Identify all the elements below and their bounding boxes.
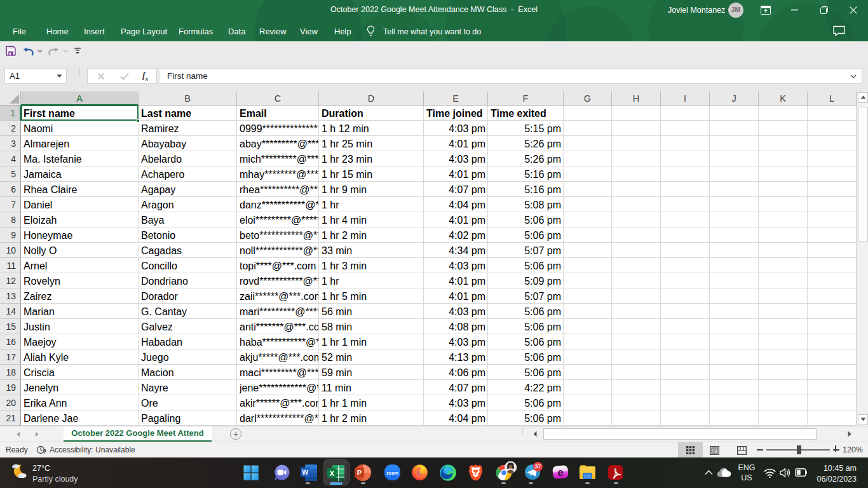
svg-text:e: e	[557, 466, 564, 479]
svg-text:?: ?	[43, 449, 46, 456]
svg-text:W: W	[302, 468, 308, 476]
svg-text:X: X	[330, 470, 335, 477]
svg-text:P: P	[357, 469, 362, 477]
svg-text:zoom: zoom	[386, 471, 398, 475]
